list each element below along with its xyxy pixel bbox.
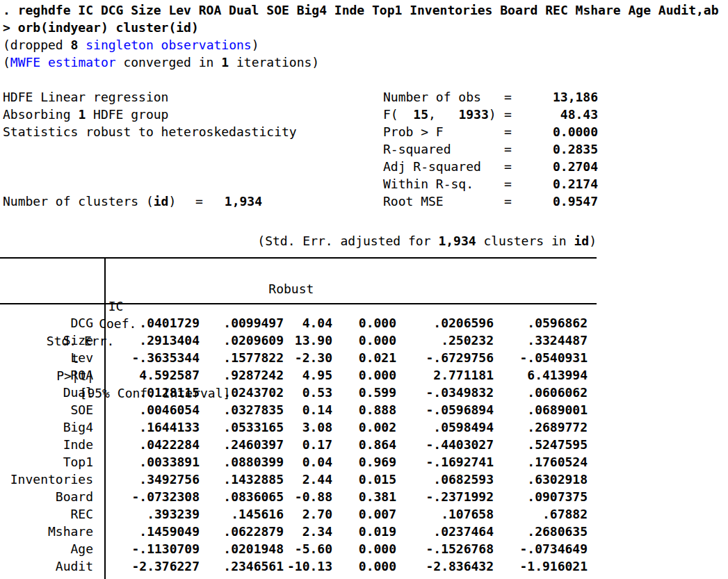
cell-se: .0327835 <box>200 401 284 418</box>
table-row-Board: Board-.0732308.0836065-0.880.381-.237199… <box>0 488 597 505</box>
stat-value: 13,186 <box>512 88 598 106</box>
singleton-observations-link[interactable]: singleton observations <box>86 38 251 52</box>
stat-row: Number of obs=13,186 <box>383 88 598 106</box>
summary-stats-block: Number of obs=13,186F( 15, 1933)=48.43Pr… <box>383 88 598 210</box>
cell-p: 0.888 <box>332 401 396 418</box>
cell-ci-low: .250232 <box>396 332 494 349</box>
text-segment: ( <box>3 55 10 70</box>
cell-ci-high: .2689772 <box>494 418 588 436</box>
text-segment: , <box>428 107 458 122</box>
text-segment: Adj R-squared <box>383 159 481 174</box>
equals-sign: = <box>195 193 204 210</box>
cell-coef: .0046054 <box>109 401 200 418</box>
cell-se: .2346561 <box>200 557 284 575</box>
cell-var: SOE <box>3 401 93 418</box>
command-line-1: . reghdfe IC DCG Size Lev ROA Dual SOE B… <box>3 1 719 19</box>
cell-ci-high: .6302918 <box>494 471 588 488</box>
text-segment: 15 <box>413 107 428 122</box>
cell-se: .1577822 <box>200 349 284 366</box>
text-segment: . reghdfe IC DCG Size Lev ROA Dual SOE B… <box>3 3 719 17</box>
text-segment: (Std. Err. adjusted for <box>257 234 438 248</box>
cell-ci-high: .0689001 <box>494 401 588 418</box>
stat-value: 48.43 <box>512 106 598 123</box>
cell-p: 0.002 <box>332 418 396 436</box>
cell-ci-low: 2.771181 <box>396 366 494 384</box>
cell-ci-low: -.0596894 <box>396 401 494 418</box>
text-segment: 1 <box>78 107 86 122</box>
text-segment: HDFE group <box>86 107 168 122</box>
cell-var: Dual <box>3 384 93 401</box>
cell-ci-low: -.1526768 <box>396 540 494 557</box>
stat-row: Root MSE=0.9547 <box>383 193 598 210</box>
cell-se: .0209609 <box>200 332 284 349</box>
table-row-Age: Age-.1130709.0201948-5.600.000-.1526768-… <box>0 540 597 557</box>
cell-ci-low: .107658 <box>396 505 494 523</box>
cell-var: Top1 <box>3 453 93 471</box>
cell-ci-high: .5247595 <box>494 436 588 453</box>
table-row-Size: Size.2913404.020960913.900.000.250232.33… <box>0 332 597 349</box>
text-segment: 1 <box>221 55 229 70</box>
cell-se: .0622879 <box>200 523 284 540</box>
cell-var: Age <box>3 540 93 557</box>
cell-coef: .393239 <box>109 505 200 523</box>
equals-sign: = <box>504 140 512 158</box>
cell-var: Inventories <box>3 471 93 488</box>
cell-se: .9287242 <box>200 366 284 384</box>
table-robust-header-row: Robust <box>0 263 597 280</box>
text-segment: Statistics robust to heteroskedasticity <box>3 124 297 139</box>
cell-ci-low: -.1692741 <box>396 453 494 471</box>
text-segment: ) <box>589 234 597 248</box>
cell-coef: .0033891 <box>109 453 200 471</box>
cell-t: 4.04 <box>284 314 332 332</box>
clusters-value: 1,934 <box>204 193 262 210</box>
cell-t: -5.60 <box>284 540 332 557</box>
clusters-label: Number of clusters (id) <box>3 193 195 210</box>
cell-coef: .2913404 <box>109 332 200 349</box>
cell-t: 0.14 <box>284 401 332 418</box>
text-segment: converged in <box>116 55 222 70</box>
table-row-Top1: Top1.0033891.08803990.040.969-.1692741.1… <box>0 453 597 471</box>
stata-results-window: . reghdfe IC DCG Size Lev ROA Dual SOE B… <box>0 0 728 579</box>
text-segment: HDFE Linear regression <box>3 90 168 104</box>
cell-ci-high: -.0540931 <box>494 349 588 366</box>
command-line-2: > orb(indyear) cluster(id) <box>3 19 199 36</box>
stat-value: 0.9547 <box>512 193 598 210</box>
stat-label: R-squared <box>383 140 504 158</box>
table-row-Lev: Lev-.3635344.1577822-2.300.021-.6729756-… <box>0 349 597 366</box>
cell-t: -10.13 <box>284 557 332 575</box>
cell-ci-low: .0598494 <box>396 418 494 436</box>
table-top-rule <box>0 257 597 259</box>
cell-se: .1432885 <box>200 471 284 488</box>
stat-row: Prob > F=0.0000 <box>383 123 598 140</box>
table-header-row: IC Coef. Std. Err. t P>|t| [95% Conf. In… <box>0 280 597 297</box>
col-header-depvar: IC <box>33 297 123 315</box>
cell-ci-low: -.6729756 <box>396 349 494 366</box>
cell-coef: .3492756 <box>109 471 200 488</box>
cell-ci-low: .0206596 <box>396 314 494 332</box>
table-row-SOE: SOE.0046054.03278350.140.888-.0596894.06… <box>0 401 597 418</box>
cell-ci-low: -.4403027 <box>396 436 494 453</box>
table-row-Inde: Inde.0422284.24603970.170.864-.4403027.5… <box>0 436 597 453</box>
cell-p: 0.015 <box>332 471 396 488</box>
cell-ci-low: -.0349832 <box>396 384 494 401</box>
cell-p: 0.864 <box>332 436 396 453</box>
cell-se: .0880399 <box>200 453 284 471</box>
text-segment: Root MSE <box>383 194 444 209</box>
cell-coef: -.1130709 <box>109 540 200 557</box>
cell-t: -2.30 <box>284 349 332 366</box>
text-segment: R-squared <box>383 142 451 156</box>
table-row-Audit: Audit-2.376227.2346561-10.130.000-2.8364… <box>0 557 597 575</box>
text-segment: clusters in <box>476 234 574 248</box>
cell-ci-high: .0606062 <box>494 384 588 401</box>
cell-var: REC <box>3 505 93 523</box>
stat-row: Adj R-squared=0.2704 <box>383 158 598 175</box>
cell-p: 0.000 <box>332 314 396 332</box>
stat-label: Root MSE <box>383 193 504 210</box>
cell-var: ROA <box>3 366 93 384</box>
stat-value: 0.0000 <box>512 123 598 140</box>
mwfe-estimator-link[interactable]: MWFE estimator <box>10 55 116 70</box>
cell-t: 2.70 <box>284 505 332 523</box>
cell-p: 0.000 <box>332 366 396 384</box>
text-segment: (dropped <box>3 38 71 52</box>
text-segment: ) <box>489 107 496 122</box>
